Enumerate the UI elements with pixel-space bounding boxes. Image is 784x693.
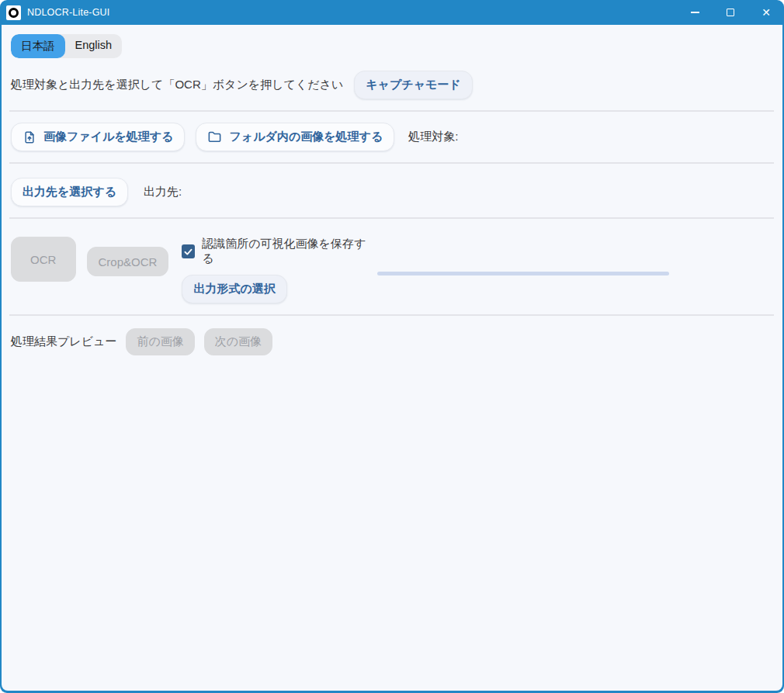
maximize-icon	[727, 9, 734, 16]
target-label: 処理対象:	[408, 130, 458, 144]
folder-icon	[207, 130, 222, 144]
ocr-options-column: 認識箇所の可視化画像を保存する 出力形式の選択	[182, 237, 366, 303]
lang-japanese-button[interactable]: 日本語	[11, 34, 65, 58]
language-toggle: 日本語 English	[11, 34, 122, 58]
instruction-row: 処理対象と出力先を選択して「OCR」ボタンを押してください キャプチャモード	[11, 71, 782, 99]
process-folder-button[interactable]: フォルダ内の画像を処理する	[196, 123, 394, 151]
output-label: 出力先:	[144, 185, 182, 199]
output-selection-row: 出力先を選択する 出力先:	[11, 178, 782, 206]
preview-label: 処理結果プレビュー	[11, 334, 116, 349]
checkbox-checked-icon[interactable]	[182, 244, 195, 258]
lang-english-button[interactable]: English	[65, 34, 123, 58]
divider	[9, 110, 774, 112]
instruction-text: 処理対象と出力先を選択して「OCR」ボタンを押してください	[11, 78, 343, 92]
minimize-button[interactable]	[677, 0, 713, 25]
save-visualization-option[interactable]: 認識箇所の可視化画像を保存する	[182, 237, 366, 266]
divider	[9, 162, 774, 164]
titlebar: NDLOCR-Lite-GUI ✕	[0, 0, 784, 25]
app-logo-icon	[6, 5, 21, 20]
minimize-icon	[691, 12, 699, 13]
divider	[9, 217, 774, 219]
preview-row: 処理結果プレビュー 前の画像 次の画像	[11, 328, 782, 355]
maximize-button[interactable]	[713, 0, 748, 25]
progress-bar	[377, 272, 669, 275]
crop-ocr-button[interactable]: Crop&OCR	[87, 247, 169, 276]
close-button[interactable]: ✕	[748, 0, 784, 25]
main-content: 日本語 English 処理対象と出力先を選択して「OCR」ボタンを押してくださ…	[2, 25, 782, 691]
capture-mode-button[interactable]: キャプチャモード	[354, 71, 472, 99]
divider	[9, 314, 774, 316]
process-folder-label: フォルダ内の画像を処理する	[229, 130, 383, 144]
save-visualization-label: 認識箇所の可視化画像を保存する	[202, 237, 366, 266]
input-selection-row: 画像ファイルを処理する フォルダ内の画像を処理する 処理対象:	[11, 123, 782, 151]
close-icon: ✕	[761, 7, 771, 18]
output-format-button[interactable]: 出力形式の選択	[182, 275, 286, 303]
select-output-button[interactable]: 出力先を選択する	[11, 178, 128, 206]
process-image-file-button[interactable]: 画像ファイルを処理する	[11, 123, 185, 151]
process-image-file-label: 画像ファイルを処理する	[43, 130, 173, 144]
next-image-button[interactable]: 次の画像	[204, 328, 272, 355]
file-upload-icon	[23, 130, 36, 144]
previous-image-button[interactable]: 前の画像	[126, 328, 194, 355]
window-controls: ✕	[677, 0, 784, 25]
app-window: NDLOCR-Lite-GUI ✕ 日本語 English 処理対象と出力先を選…	[0, 0, 784, 693]
ocr-button[interactable]: OCR	[11, 237, 76, 282]
ocr-action-row: OCR Crop&OCR 認識箇所の可視化画像を保存する 出力形式の選択	[11, 237, 782, 303]
window-title: NDLOCR-Lite-GUI	[27, 7, 110, 18]
